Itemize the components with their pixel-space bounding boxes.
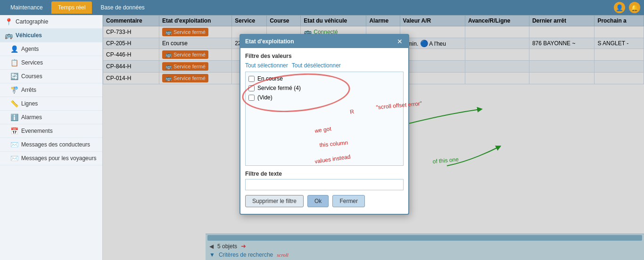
evenements-icon: 📅 xyxy=(10,127,18,135)
person-icon[interactable]: 👤 xyxy=(614,2,625,13)
sidebar-item-label: Arrêts xyxy=(21,87,36,93)
sidebar: 📍 Cartographie 🚌 Véhicules 👤 Agents 📋 Se… xyxy=(0,15,103,260)
agents-icon: 👤 xyxy=(10,45,18,53)
sidebar-item-lignes[interactable]: 📏 Lignes xyxy=(0,97,102,111)
modal-header: Etat d'exploitation ✕ xyxy=(240,35,408,48)
sidebar-item-label: Courses xyxy=(21,73,42,80)
sidebar-item-cartographie[interactable]: 📍 Cartographie xyxy=(0,15,102,29)
filter-checkbox-vide[interactable] xyxy=(248,95,255,101)
filter-label-en-course: En course xyxy=(257,75,283,82)
content-area: Commentaire Etat d'exploitation Service … xyxy=(103,15,644,260)
sidebar-item-label: Evenements xyxy=(21,128,53,134)
sidebar-item-messages-conducteurs[interactable]: ✉️ Messages des conducteurs xyxy=(0,138,102,152)
filter-item-service-ferme[interactable]: Service fermé (4) xyxy=(248,83,401,93)
tab-maintenance[interactable]: Maintenance xyxy=(4,1,50,14)
sidebar-item-label: Lignes xyxy=(21,100,38,107)
filter-title: Filtre des valeurs xyxy=(245,53,404,59)
filter-checkbox-en-course[interactable] xyxy=(248,76,255,82)
filter-list: En course Service fermé (4) (Vide) xyxy=(245,72,404,166)
sidebar-item-services[interactable]: 📋 Services xyxy=(0,56,102,70)
sidebar-item-agents[interactable]: 👤 Agents xyxy=(0,42,102,56)
msg-voyageurs-icon: ✉️ xyxy=(10,154,18,162)
tab-temps-reel[interactable]: Temps réel xyxy=(51,1,92,14)
filter-text-label: Filtre de texte xyxy=(245,171,404,177)
arrets-icon: 🚏 xyxy=(10,86,18,94)
msg-conducteurs-icon: ✉️ xyxy=(10,141,18,148)
filter-text-input[interactable] xyxy=(245,179,404,190)
main-layout: 📍 Cartographie 🚌 Véhicules 👤 Agents 📋 Se… xyxy=(0,15,644,260)
select-all-link[interactable]: Tout sélectionner xyxy=(245,62,288,69)
sidebar-item-courses[interactable]: 🔄 Courses xyxy=(0,70,102,83)
cartographie-icon: 📍 xyxy=(5,18,13,25)
filter-label-vide: (Vide) xyxy=(257,94,272,101)
sidebar-item-label: Véhicules xyxy=(16,32,42,39)
svg-text:of this one: of this one xyxy=(432,156,459,165)
sidebar-item-label: Alarmes xyxy=(21,114,42,121)
sidebar-item-alarmes[interactable]: ℹ️ Alarmes xyxy=(0,111,102,124)
sidebar-item-arrets[interactable]: 🚏 Arrêts xyxy=(0,83,102,97)
sidebar-item-label: Cartographie xyxy=(16,18,48,25)
filter-links: Tout sélectionner Tout désélectionner xyxy=(245,62,404,69)
modal-close-button[interactable]: ✕ xyxy=(396,38,404,45)
sidebar-item-label: Agents xyxy=(21,46,39,52)
services-icon: 📋 xyxy=(10,59,18,66)
bell-icon[interactable]: 🔔 xyxy=(629,2,640,13)
sidebar-item-evenements[interactable]: 📅 Evenements xyxy=(0,124,102,138)
modal-body: Filtre des valeurs Tout sélectionner Tou… xyxy=(240,48,408,214)
btn-fermer[interactable]: Fermer xyxy=(332,195,365,207)
filter-item-vide[interactable]: (Vide) xyxy=(248,93,401,102)
modal-title: Etat d'exploitation xyxy=(245,38,294,45)
lignes-icon: 📏 xyxy=(10,100,18,107)
sidebar-item-vehicules[interactable]: 🚌 Véhicules xyxy=(0,29,102,42)
vehicules-icon: 🚌 xyxy=(5,32,13,39)
deselect-all-link[interactable]: Tout désélectionner xyxy=(292,62,341,69)
courses-icon: 🔄 xyxy=(10,73,18,80)
sidebar-item-label: Messages des conducteurs xyxy=(21,141,90,148)
modal-overlay: Etat d'exploitation ✕ Filtre des valeurs… xyxy=(103,15,644,260)
alarmes-icon: ℹ️ xyxy=(10,114,18,121)
top-nav: Maintenance Temps réel Base de données 👤… xyxy=(0,0,644,15)
sidebar-item-label: Services xyxy=(21,59,43,66)
tab-base-donnees[interactable]: Base de données xyxy=(94,1,151,14)
filter-item-en-course[interactable]: En course xyxy=(248,74,401,83)
filter-checkbox-service-ferme[interactable] xyxy=(248,85,255,91)
sidebar-item-label: Messages pour les voyageurs xyxy=(21,155,96,162)
btn-ok[interactable]: Ok xyxy=(307,195,329,207)
filter-label-service-ferme: Service fermé (4) xyxy=(257,85,301,91)
modal-footer: Supprimer le filtre Ok Fermer xyxy=(245,195,404,209)
sidebar-item-messages-voyageurs[interactable]: ✉️ Messages pour les voyageurs xyxy=(0,152,102,165)
nav-icons: 👤 🔔 xyxy=(614,2,640,13)
btn-supprimer-filtre[interactable]: Supprimer le filtre xyxy=(245,195,304,207)
filter-modal: Etat d'exploitation ✕ Filtre des valeurs… xyxy=(239,34,409,215)
